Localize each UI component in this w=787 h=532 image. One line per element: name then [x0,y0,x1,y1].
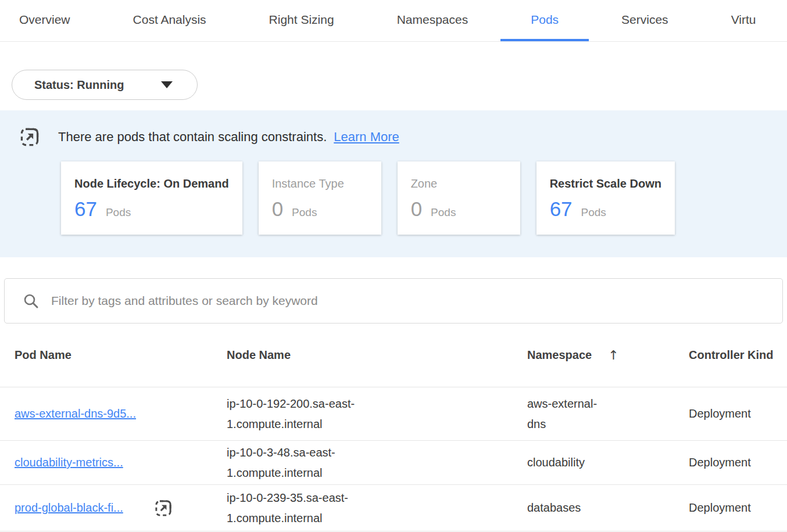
node-name-cell: ip-10-0-192-200.sa-east-1.compute.intern… [227,394,384,434]
namespace-cell: cloudability [527,452,609,473]
card-title: Node Lifecycle: On Demand [74,177,229,190]
scale-constraint-icon [19,126,41,148]
tab-virtual[interactable]: Virtu [731,0,756,41]
filter-search-bar [4,278,783,323]
card-title: Zone [411,177,507,190]
column-header-controller-kind[interactable]: Controller Kind [689,348,787,362]
controller-kind-cell: Deployment [689,501,787,515]
card-value: 0 [411,197,422,221]
status-filter-dropdown[interactable]: Status: Running [12,70,198,100]
tab-cost-analysis[interactable]: Cost Analysis [133,0,206,41]
learn-more-link[interactable]: Learn More [334,130,399,145]
column-header-namespace-label: Namespace [527,348,592,362]
search-input[interactable] [51,294,771,308]
node-name-cell: ip-10-0-239-35.sa-east-1.compute.interna… [227,488,384,529]
card-unit: Pods [581,206,606,219]
constraint-cards: Node Lifecycle: On Demand 67 Pods Instan… [61,161,787,235]
card-title: Instance Type [272,177,368,190]
scaling-constraints-banner: There are pods that contain scaling cons… [0,110,787,257]
search-icon [22,292,40,310]
top-tab-bar: Overview Cost Analysis Right Sizing Name… [0,0,787,42]
tab-services[interactable]: Services [621,0,668,41]
card-title: Restrict Scale Down [550,177,661,190]
tab-namespaces[interactable]: Namespaces [397,0,468,41]
table-row: aws-external-dns-9d5... ip-10-0-192-200.… [0,387,787,441]
pod-name-link[interactable]: cloudability-metrics... [15,456,123,469]
status-filter-label: Status: Running [34,78,124,92]
sort-ascending-icon: ↑ [608,348,618,362]
column-header-pod-name[interactable]: Pod Name [15,348,227,362]
card-unit: Pods [106,206,131,219]
chevron-down-icon [161,81,173,88]
tab-overview[interactable]: Overview [19,0,70,41]
controller-kind-cell: Deployment [689,407,787,420]
card-value: 67 [74,197,97,221]
table-header-row: Pod Name Node Name Namespace ↑ Controlle… [0,323,787,387]
table-row: cloudability-metrics... ip-10-0-3-48.sa-… [0,441,787,485]
column-header-node-name[interactable]: Node Name [227,348,527,362]
namespace-cell: databases [527,498,609,518]
card-instance-type[interactable]: Instance Type 0 Pods [259,161,381,235]
card-restrict-scale-down[interactable]: Restrict Scale Down 67 Pods [536,161,675,235]
node-name-cell: ip-10-0-3-48.sa-east-1.compute.internal [227,443,384,483]
pod-name-link[interactable]: prod-global-black-fi... [15,501,123,515]
table-row: prod-global-black-fi... ip-10-0-239-35.s… [0,485,787,531]
namespace-cell: aws-external-dns [527,394,609,434]
card-value: 67 [550,197,573,221]
card-value: 0 [272,197,283,221]
tab-right-sizing[interactable]: Right Sizing [269,0,334,41]
scale-constraint-icon [153,498,173,518]
column-header-namespace[interactable]: Namespace ↑ [527,348,689,362]
tab-pods[interactable]: Pods [531,0,559,41]
card-zone[interactable]: Zone 0 Pods [398,161,520,235]
card-node-lifecycle[interactable]: Node Lifecycle: On Demand 67 Pods [61,161,242,235]
banner-message: There are pods that contain scaling cons… [58,130,327,145]
pod-name-link[interactable]: aws-external-dns-9d5... [15,407,136,420]
card-unit: Pods [431,206,456,219]
controller-kind-cell: Deployment [689,456,787,469]
card-unit: Pods [292,206,317,219]
